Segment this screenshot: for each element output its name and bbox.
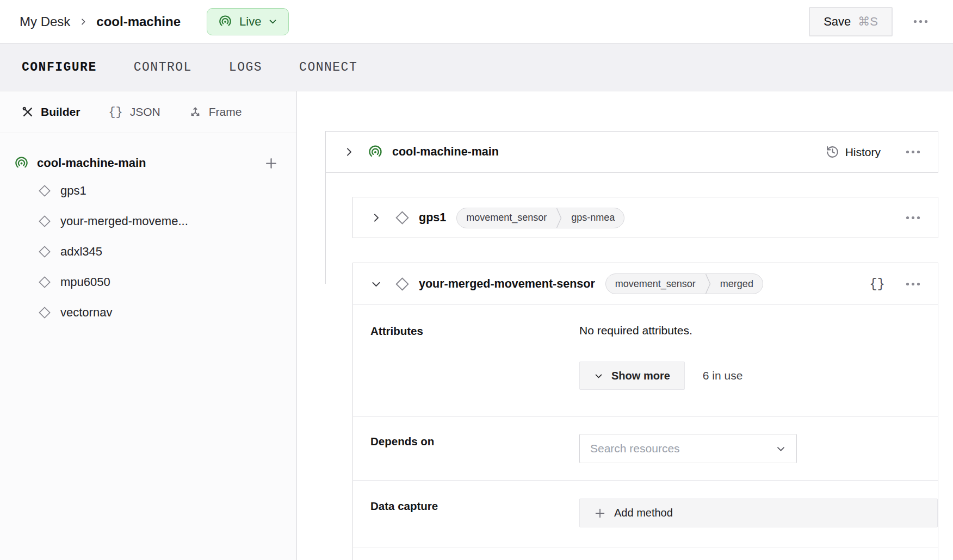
model-tag: gps-nmea [562,208,624,228]
api-tag: movement_sensor [457,208,556,228]
collapse-card-button[interactable] [368,276,384,292]
card-more-menu-button[interactable] [904,211,923,224]
no-required-attributes-text: No required attributes. [579,323,938,338]
expand-card-button[interactable] [341,144,357,160]
ellipsis-icon [906,150,920,154]
machine-part-card-header: cool-machine-main History [326,132,938,172]
card-title: your-merged-movement-sensor [419,277,595,291]
resource-type-tag: movement_sensor merged [605,273,763,294]
save-button-label: Save [824,15,851,29]
merged-sensor-card: your-merged-movement-sensor movement_sen… [352,263,938,560]
attributes-content: No required attributes. Show more 6 in u… [579,323,938,390]
chevron-down-icon [594,371,603,381]
add-method-button[interactable]: Add method [579,499,938,527]
component-diamond-icon [38,184,51,197]
frame-axes-icon [189,105,202,119]
tree-node-label: gps1 [60,184,86,198]
expand-card-button[interactable] [368,210,384,226]
machine-part-card: cool-machine-main History [325,131,938,173]
chevron-down-icon [370,278,382,290]
chevron-down-icon [268,17,277,26]
tab-configure[interactable]: CONFIGURE [22,60,97,74]
history-button[interactable]: History [826,145,881,159]
show-more-label: Show more [611,370,670,382]
data-capture-label: Data capture [370,499,579,527]
tree-node-label: your-merged-moveme... [60,214,188,228]
component-diamond-icon [38,306,51,319]
resource-type-tag: movement_sensor gps-nmea [456,208,624,228]
breadcrumb-chevron-icon [79,17,88,26]
top-header: My Desk cool-machine Live Save ⌘S [0,0,953,43]
component-diamond-icon [395,277,410,291]
breadcrumb-root[interactable]: My Desk [20,14,70,29]
tree-node-adxl345[interactable]: adxl345 [0,237,296,267]
broadcast-icon [14,156,29,171]
broadcast-icon [368,145,383,160]
tab-connect[interactable]: CONNECT [299,60,357,74]
header-more-menu-button[interactable] [911,15,930,28]
tree-node-merged-sensor[interactable]: your-merged-moveme... [0,206,296,237]
gps1-card: gps1 movement_sensor gps-nmea [352,197,938,238]
plus-icon [594,507,606,519]
attributes-section: Attributes No required attributes. Show … [353,305,938,416]
config-mode-switcher: Builder {} JSON Frame [0,91,296,133]
add-component-button[interactable] [264,157,278,170]
data-capture-content: Add method [579,499,938,527]
depends-on-section: Depends on Search resources [353,416,938,480]
tag-divider-chevron-icon [556,208,562,228]
tab-logs[interactable]: LOGS [229,60,262,74]
chevron-right-icon [370,212,382,223]
tree-connector-line [325,173,326,284]
merged-sensor-card-header: your-merged-movement-sensor movement_sen… [353,263,938,305]
mode-frame-label: Frame [209,105,242,119]
gps1-card-header: gps1 movement_sensor gps-nmea [353,197,938,238]
add-method-label: Add method [614,507,673,519]
depends-on-placeholder: Search resources [590,442,680,455]
show-more-button[interactable]: Show more [579,362,685,390]
component-diamond-icon [38,215,51,228]
config-main-panel: cool-machine-main History [298,91,953,560]
depends-on-label: Depends on [370,434,579,463]
braces-icon: {} [108,105,122,119]
tree-node-gps1[interactable]: gps1 [0,176,296,206]
mode-frame[interactable]: Frame [189,105,242,119]
ellipsis-icon [906,282,920,286]
card-title: cool-machine-main [392,145,499,159]
mode-builder[interactable]: Builder [22,105,80,119]
data-capture-section: Data capture Add method [353,480,938,547]
mode-json-label: JSON [130,105,160,119]
tree-node-vectornav[interactable]: vectornav [0,297,296,328]
attributes-actions-row: Show more 6 in use [579,362,938,390]
tree-node-label: adxl345 [60,245,102,259]
config-sidebar: Builder {} JSON Frame [0,91,297,560]
history-clock-icon [826,145,839,159]
tree-node-machine-part[interactable]: cool-machine-main [0,151,296,176]
tree-node-mpu6050[interactable]: mpu6050 [0,267,296,297]
tree-node-label: mpu6050 [60,275,110,289]
card-more-menu-button[interactable] [904,146,923,158]
component-diamond-icon [38,245,51,258]
tree-node-label: cool-machine-main [37,156,146,170]
breadcrumb-current: cool-machine [96,14,181,29]
card-more-menu-button[interactable] [904,278,923,290]
chevron-down-icon [776,444,786,454]
resource-tree: cool-machine-main gps1 your-merged-movem… [0,133,296,328]
mode-json[interactable]: {} JSON [108,105,160,119]
tree-node-label: vectornav [60,306,112,320]
depends-on-content: Search resources [579,434,938,463]
page-tabbar: CONFIGURE CONTROL LOGS CONNECT [0,43,953,91]
tools-icon [22,106,34,118]
mode-builder-label: Builder [41,105,80,119]
tab-control[interactable]: CONTROL [134,60,192,74]
live-status-dropdown[interactable]: Live [207,8,289,35]
save-button[interactable]: Save ⌘S [809,7,893,36]
api-tag: movement_sensor [606,274,705,294]
tag-divider-chevron-icon [705,274,711,294]
ellipsis-icon [906,216,920,220]
card-title: gps1 [419,211,446,225]
edit-json-button[interactable]: {} [869,277,885,291]
app-root: My Desk cool-machine Live Save ⌘S [0,0,953,560]
depends-on-select[interactable]: Search resources [579,434,797,463]
plus-icon [264,157,278,170]
chevron-right-icon [343,146,355,158]
